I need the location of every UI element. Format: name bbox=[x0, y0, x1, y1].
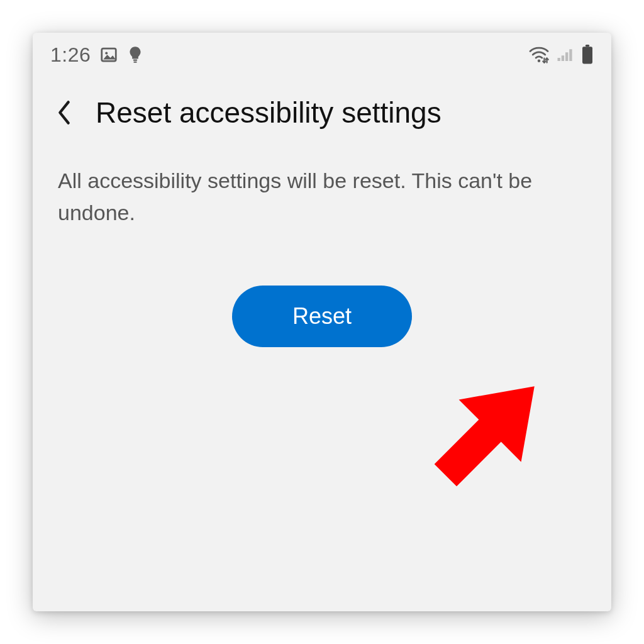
picture-icon bbox=[99, 45, 118, 64]
stage: 1:26 bbox=[0, 0, 644, 644]
svg-rect-2 bbox=[133, 60, 137, 61]
description-text: All accessibility settings will be reset… bbox=[33, 142, 611, 229]
svg-rect-5 bbox=[558, 58, 560, 61]
action-row: Reset bbox=[33, 286, 611, 347]
svg-rect-10 bbox=[582, 47, 592, 64]
back-button[interactable] bbox=[50, 99, 78, 126]
svg-marker-11 bbox=[414, 355, 565, 506]
phone-screen: 1:26 bbox=[33, 33, 611, 611]
status-time: 1:26 bbox=[50, 43, 91, 67]
page-title: Reset accessibility settings bbox=[96, 96, 441, 130]
wifi-icon bbox=[528, 46, 550, 64]
status-bar-right bbox=[528, 45, 594, 65]
svg-rect-9 bbox=[586, 45, 589, 47]
svg-rect-3 bbox=[134, 62, 137, 63]
svg-rect-7 bbox=[565, 52, 568, 61]
status-bar-left: 1:26 bbox=[50, 43, 143, 67]
chevron-left-icon bbox=[55, 100, 73, 125]
signal-icon bbox=[556, 47, 575, 63]
status-bar: 1:26 bbox=[33, 33, 611, 77]
svg-rect-8 bbox=[569, 49, 572, 61]
reset-button[interactable]: Reset bbox=[232, 286, 412, 347]
battery-icon bbox=[581, 45, 594, 65]
svg-point-1 bbox=[106, 52, 108, 55]
bulb-icon bbox=[127, 45, 143, 64]
svg-rect-6 bbox=[562, 55, 564, 61]
pointer-arrow-annotation bbox=[404, 353, 567, 517]
svg-point-4 bbox=[538, 60, 540, 62]
title-bar: Reset accessibility settings bbox=[33, 77, 611, 142]
